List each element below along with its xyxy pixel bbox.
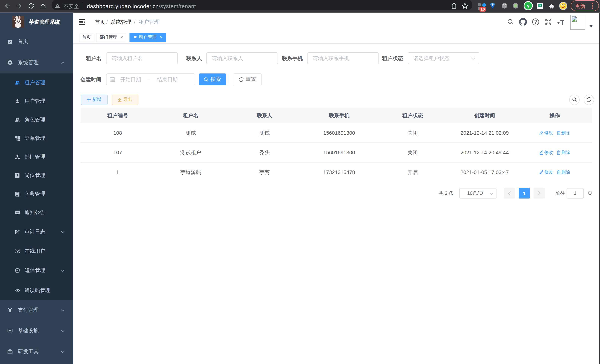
svg-text:10: 10 [480,7,485,11]
svg-text:⌘: ⌘ [502,4,506,8]
svg-text:y: y [527,3,529,9]
